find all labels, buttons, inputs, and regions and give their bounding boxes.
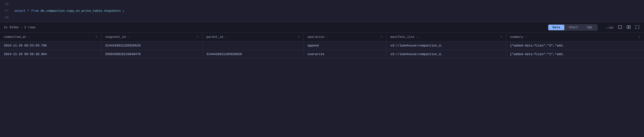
col-header-summary[interactable]: summary ↓↑ ▽: [506, 33, 644, 41]
cell-snapshot-id-0: 3144418621185926626: [101, 41, 202, 50]
csv-label: csv: [609, 26, 614, 29]
layout-single-button[interactable]: [617, 25, 623, 30]
cell-manifest-list-0: s3://lakehouse/compaction_d…: [386, 41, 506, 50]
results-table-container: committed_at ↓↑ ▽ snapshot_id ↓↑ ▽ paren…: [0, 33, 644, 59]
table-header-row: committed_at ↓↑ ▽ snapshot_id ↓↑ ▽ paren…: [0, 33, 644, 41]
filter-icon-summary[interactable]: ▽: [638, 35, 640, 39]
table-row: 2024-11-29 09:56:38.964 2568458916133648…: [0, 50, 644, 59]
cell-parent-id-1: 3144418621185926626: [202, 50, 304, 59]
filter-icon-manifest-list[interactable]: ▽: [500, 35, 502, 39]
tab-data[interactable]: Data: [548, 25, 564, 30]
cell-snapshot-id-1: 2568458916133648470: [101, 50, 202, 59]
code-content-67[interactable]: select * from db_compaction.copy_on_writ…: [12, 9, 644, 14]
symbol-semi: ;: [123, 9, 125, 13]
col-header-committed-at[interactable]: committed_at ↓↑ ▽: [0, 33, 101, 41]
col-header-operation[interactable]: operation ↓↑ ▽: [304, 33, 386, 41]
sort-icon-snapshot-id: ↓↑: [127, 36, 130, 39]
line-number-66: 66: [0, 2, 12, 7]
cell-summary-1: {"added-data-files":"1","add…: [506, 50, 644, 59]
symbol-star: *: [28, 9, 31, 13]
empty-space: [0, 59, 644, 83]
layout-split-button[interactable]: [626, 25, 632, 30]
view-tab-group: Data Chart SQL: [548, 24, 598, 31]
line-number-67: 67: [0, 9, 12, 14]
layout-split-icon: [627, 25, 630, 30]
col-header-snapshot-id[interactable]: snapshot_id ↓↑ ▽: [101, 33, 202, 41]
layout-single-icon: [618, 25, 622, 30]
col-label-manifest-list: manifest_list: [390, 35, 414, 39]
toolbar-actions: ↓ csv: [598, 25, 640, 30]
filter-icon-snapshot-id[interactable]: ▽: [197, 35, 198, 39]
svg-rect-1: [627, 26, 628, 29]
svg-rect-2: [629, 26, 630, 29]
col-label-committed-at: committed_at: [4, 35, 26, 39]
col-label-snapshot-id: snapshot_id: [105, 35, 126, 39]
filter-icon-operation[interactable]: ▽: [380, 35, 382, 39]
result-info: 1s 923ms · 2 rows: [4, 26, 548, 29]
sort-icon-parent-id: ↓↑: [225, 36, 228, 39]
cell-manifest-list-1: s3://lakehouse/compaction_d…: [386, 50, 506, 59]
filter-icon-committed-at[interactable]: ▽: [96, 35, 97, 39]
line-number-68: 68: [0, 15, 12, 20]
col-label-summary: summary: [510, 35, 523, 39]
expand-icon: [636, 25, 639, 30]
download-icon: ↓: [606, 26, 608, 30]
code-line-68: 68: [0, 14, 644, 21]
cell-committed-at-1: 2024-11-29 09:56:38.964: [0, 50, 101, 59]
sort-icon-manifest-list: ↓↑: [416, 36, 419, 39]
sort-icon-committed-at: ↓↑: [28, 36, 31, 39]
cell-summary-0: {"added-data-files":"3","add…: [506, 41, 644, 50]
sort-icon-summary: ↓↑: [524, 36, 528, 39]
identifier-table: db_compaction.copy_on_write_table.snapsh…: [40, 9, 120, 13]
table-row: 2024-11-29 09:53:59.706 3144418621185926…: [0, 41, 644, 50]
col-label-parent-id: parent_id: [206, 35, 223, 39]
cell-committed-at-0: 2024-11-29 09:53:59.706: [0, 41, 101, 50]
keyword-select: select: [14, 9, 26, 13]
results-table: committed_at ↓↑ ▽ snapshot_id ↓↑ ▽ paren…: [0, 33, 644, 59]
code-line-66: 66: [0, 1, 644, 8]
filter-icon-parent-id[interactable]: ▽: [298, 35, 300, 39]
download-button[interactable]: ↓ csv: [605, 25, 614, 30]
code-editor-area: 66 67 select * from db_compaction.copy_o…: [0, 0, 644, 22]
tab-chart[interactable]: Chart: [564, 25, 582, 30]
sort-icon-operation: ↓↑: [326, 36, 329, 39]
col-header-manifest-list[interactable]: manifest_list ↓↑ ▽: [386, 33, 506, 41]
tab-sql[interactable]: SQL: [583, 25, 597, 30]
cell-operation-1: overwrite: [304, 50, 386, 59]
code-line-67: 67 select * from db_compaction.copy_on_w…: [0, 8, 644, 14]
expand-button[interactable]: [634, 25, 640, 30]
svg-rect-0: [618, 26, 622, 29]
col-label-operation: operation: [308, 35, 324, 39]
cell-parent-id-0: [202, 41, 304, 50]
keyword-from: from: [31, 9, 38, 13]
cell-operation-0: append: [304, 41, 386, 50]
col-header-parent-id[interactable]: parent_id ↓↑ ▽: [202, 33, 304, 41]
results-toolbar: 1s 923ms · 2 rows Data Chart SQL ↓ csv: [0, 22, 644, 33]
